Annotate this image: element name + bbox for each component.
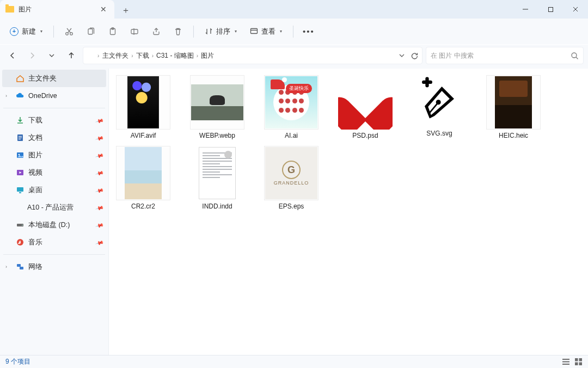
file-grid: AVIF.avif WEBP.webp 圣诞快乐 AI.ai PSD. [111,73,586,212]
breadcrumb-item[interactable]: 图片 [201,51,214,60]
svg-rect-20 [19,139,21,139]
minimize-button[interactable] [513,0,538,19]
new-tab-button[interactable]: ＋ [117,2,135,19]
tab-close-button[interactable]: ✕ [98,4,109,15]
plus-circle-icon: + [10,27,19,36]
svg-rect-40 [575,363,578,366]
svg-point-15 [572,53,577,58]
svg-line-16 [576,57,578,59]
delete-button[interactable] [168,23,188,40]
chevron-down-icon [48,52,55,59]
drive-icon [16,220,24,229]
back-button[interactable] [4,47,21,64]
up-button[interactable] [63,47,79,64]
file-item[interactable]: AVIF.avif [114,73,172,142]
cut-button[interactable] [59,23,79,40]
svg-line-7 [67,28,71,33]
window-tab[interactable]: 图片 ✕ [0,0,114,19]
status-bar: 9 个项目 [0,355,588,368]
pin-icon: 📌 [95,168,104,177]
view-button[interactable]: 查看 ▾ [244,23,287,40]
titlebar: 图片 ✕ ＋ [0,0,588,19]
file-item[interactable]: SVG.svg [411,73,468,142]
arrow-left-icon [8,51,17,60]
svg-rect-41 [579,363,583,366]
expand-icon[interactable]: › [5,264,12,269]
breadcrumb-item[interactable]: C31 - 缩略图 [156,51,194,60]
file-item[interactable]: G GRANDELLO EPS.eps [262,144,320,212]
svg-rect-8 [88,29,93,34]
sidebar-item-documents[interactable]: 文档 📌 [2,129,106,146]
close-button[interactable] [563,0,588,19]
svg-rect-24 [17,187,23,192]
rename-button[interactable] [125,23,144,40]
file-name: CR2.cr2 [131,203,155,210]
sidebar-item-videos[interactable]: 视频 📌 [2,164,106,181]
address-bar[interactable]: › 主文件夹› 下载› C31 - 缩略图› 图片 [83,47,422,64]
svg-rect-25 [19,192,21,193]
view-icon [250,27,258,35]
more-button[interactable]: ••• [299,23,318,40]
sort-icon [205,27,213,35]
sidebar-item-label: 音乐 [28,238,42,247]
sidebar-item-pictures[interactable]: 图片 📌 [2,146,106,164]
pictures-icon [16,151,24,160]
sidebar-item-label: 桌面 [28,186,42,195]
sidebar-item-network[interactable]: › 网络 [2,258,106,275]
tab-title: 图片 [19,5,94,14]
breadcrumb-item[interactable]: 下载 [136,51,149,60]
address-row: › 主文件夹› 下载› C31 - 缩略图› 图片 [0,45,588,69]
file-item[interactable]: CR2.cr2 [114,144,172,212]
thumbnails-view-icon[interactable] [574,358,583,366]
pin-icon: 📌 [95,238,104,247]
sidebar-item-drive-d[interactable]: 本地磁盘 (D:) 📌 [2,216,106,234]
file-item[interactable]: WEBP.webp [188,73,246,142]
chevron-down-icon: ▾ [40,29,42,34]
paste-button[interactable] [103,23,122,40]
file-item[interactable]: 圣诞快乐 AI.ai [262,73,320,142]
new-label: 新建 [22,27,36,36]
recent-locations-button[interactable] [44,47,60,64]
share-button[interactable] [146,23,166,40]
svg-rect-18 [19,136,22,137]
file-item[interactable]: INDD.indd [188,144,246,212]
sidebar-item-onedrive[interactable]: › OneDrive [2,87,106,105]
chevron-down-icon: ▾ [235,29,237,34]
file-name: EPS.eps [279,203,304,210]
file-name: PSD.psd [352,132,378,139]
forward-button[interactable] [24,47,40,64]
copy-button[interactable] [81,23,101,40]
search-box[interactable] [426,47,584,64]
maximize-button[interactable] [538,0,563,19]
chevron-right-icon: › [97,53,99,59]
sidebar-item-label: 网络 [28,262,42,272]
file-thumbnail [190,146,244,200]
cloud-icon [16,91,24,100]
copy-icon [87,27,95,36]
folder-icon [5,6,14,13]
sidebar-item-desktop[interactable]: 桌面 📌 [2,181,106,199]
view-label: 查看 [261,27,275,36]
sidebar-item-label: 图片 [28,151,42,160]
refresh-icon[interactable] [411,52,419,60]
file-item[interactable]: HEIC.heic [485,73,542,142]
delete-icon [174,27,182,36]
file-name: HEIC.heic [499,132,528,139]
file-item[interactable]: PSD.psd [336,73,394,142]
chevron-down-icon[interactable] [399,52,405,59]
details-view-icon[interactable] [562,358,570,366]
sort-label: 排序 [216,27,230,36]
sidebar-item-music[interactable]: 音乐 📌 [2,234,106,251]
new-button[interactable]: + 新建 ▾ [4,23,48,40]
sort-button[interactable]: 排序 ▾ [199,23,242,40]
sidebar-item-downloads[interactable]: 下载 📌 [2,112,106,129]
expand-icon[interactable]: › [5,93,12,99]
breadcrumb-item[interactable]: 主文件夹 [102,51,128,60]
file-name: SVG.svg [426,130,452,137]
sidebar-item-home[interactable]: 主文件夹 [2,70,106,87]
search-icon [571,52,579,60]
search-input[interactable] [431,52,571,59]
svg-rect-35 [562,359,569,360]
sidebar-item-label: OneDrive [28,92,57,100]
sidebar-item-folder-a10[interactable]: A10 - 产品运营 📌 [2,199,106,216]
